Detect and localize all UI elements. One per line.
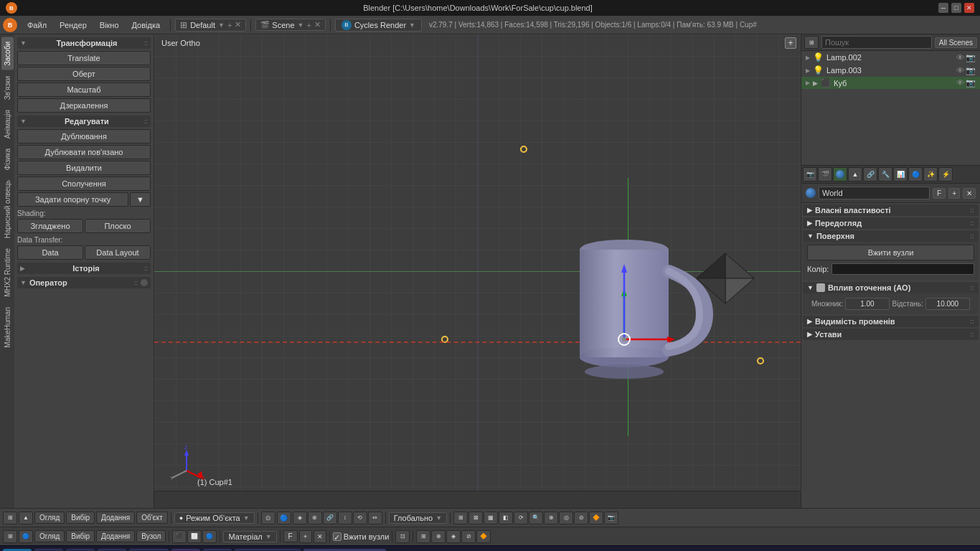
node-plus-btn[interactable]: + [299, 530, 312, 543]
world-f-button[interactable]: F [933, 188, 946, 199]
world-add-btn[interactable]: + [948, 188, 960, 199]
lamp003-render-icon[interactable]: 📷 [966, 66, 976, 75]
cup-3d-object[interactable] [556, 228, 714, 395]
node-type3[interactable]: 🔵 [202, 530, 217, 543]
snap-opt5[interactable]: ⟲ [353, 512, 367, 524]
node-type-icon[interactable]: ⊞ [3, 530, 17, 543]
node-select-btn[interactable]: Вибір [66, 530, 95, 542]
overlay9[interactable]: ⊘ [574, 512, 588, 524]
node-node-btn[interactable]: Вузол [136, 530, 166, 542]
overlay11[interactable]: 📷 [604, 512, 618, 524]
overlay5[interactable]: ⟳ [514, 512, 528, 524]
ao-header[interactable]: ▼ Вплив оточення (AO) :: [803, 282, 979, 293]
snap-icon[interactable]: 🔵 [277, 512, 291, 524]
taskbar-app-filemanager[interactable]: 📁 [34, 549, 63, 552]
node-x-btn[interactable]: ✕ [314, 530, 326, 543]
overlay3[interactable]: ▦ [484, 512, 498, 524]
snap-opt3[interactable]: 🔗 [323, 512, 337, 524]
snap-opt6[interactable]: ⇔ [368, 512, 382, 524]
set-origin-button[interactable]: Задати опорну точку [17, 192, 128, 207]
tab-makehuman[interactable]: MakeHuman [1, 303, 14, 352]
maximize-button[interactable]: □ [951, 3, 961, 13]
menu-file[interactable]: Файл [22, 19, 52, 31]
node-type1[interactable]: ⬛ [172, 530, 187, 543]
view-menu-btn[interactable]: Огляд [34, 512, 65, 524]
prop-tab-data[interactable]: 📊 [893, 167, 908, 182]
node-type2[interactable]: ⬜ [187, 530, 202, 543]
own-properties-header[interactable]: ▶ Власні властивості :: [803, 204, 979, 216]
delete-button[interactable]: Видалити [17, 161, 151, 175]
outliner-item-lamp002[interactable]: ▶ 💡 Lamp.002 👁 📷 [801, 51, 980, 64]
taskbar-app-photos[interactable]: 🖼 [98, 549, 126, 552]
close-button[interactable]: ✕ [964, 3, 974, 13]
overlay2[interactable]: ⊠ [468, 512, 483, 524]
surface-header[interactable]: ▼ Поверхня :: [803, 230, 979, 242]
duplicate-button[interactable]: Дублювання [17, 129, 151, 143]
taskbar-app-blender[interactable]: Blender [C:\Users... [303, 549, 386, 552]
cube-eye-icon[interactable]: 👁 [956, 78, 964, 88]
prop-tab-constraints[interactable]: 🔗 [863, 167, 877, 182]
node-view-btn[interactable]: Огляд [34, 530, 65, 542]
menu-window[interactable]: Вікно [94, 19, 125, 31]
preview-header[interactable]: ▶ Передогляд :: [803, 217, 979, 229]
snap-opt1[interactable]: ◈ [293, 512, 307, 524]
prop-tab-physics[interactable]: ⚡ [938, 167, 953, 182]
outliner-item-lamp003[interactable]: ▶ 💡 Lamp.003 👁 📷 [801, 64, 980, 77]
set-origin-dropdown[interactable]: ▼ [130, 192, 151, 207]
settings-header[interactable]: ▶ Устави :: [803, 329, 979, 340]
viewport-add-button[interactable]: + [785, 37, 796, 49]
scale-button[interactable]: Масштаб [17, 83, 151, 97]
world-remove-btn[interactable]: ✕ [963, 188, 976, 199]
prop-tab-particles[interactable]: ✨ [923, 167, 938, 182]
translate-button[interactable]: Translate [17, 51, 151, 65]
scene-selector[interactable]: 🎬 Scene ▼ + ✕ [255, 19, 326, 31]
menu-render[interactable]: Рендер [54, 19, 93, 31]
apply-nodes-button[interactable]: Вжити вузли [807, 245, 974, 260]
start-button[interactable]: ⊞ [3, 549, 32, 552]
overlay6[interactable]: 🔍 [529, 512, 543, 524]
lamp003-eye-icon[interactable]: 👁 [956, 66, 964, 75]
prop-tab-world[interactable] [833, 167, 847, 182]
ray-visibility-header[interactable]: ▶ Видимість променів :: [803, 316, 979, 327]
tab-animation[interactable]: Анімація [1, 105, 14, 143]
minimize-button[interactable]: ─ [938, 3, 948, 13]
outliner-mode-btn[interactable]: ⊞ [804, 36, 819, 49]
taskbar-app-media[interactable]: ⏮ [66, 549, 95, 552]
pivot-icon[interactable]: ⊙ [261, 512, 275, 524]
smooth-button[interactable]: Згладжено [17, 219, 83, 233]
material-mode-selector[interactable]: Матеріал ▼ [223, 531, 276, 542]
taskbar-app-chrome[interactable]: 🌐 [203, 549, 232, 552]
lamp002-eye-icon[interactable]: 👁 [956, 53, 964, 62]
blender-menu-icon[interactable]: B [3, 18, 17, 32]
workspace-selector[interactable]: ⊞ Default ▼ + ✕ [175, 19, 246, 32]
node-mode-icon[interactable]: 🔵 [19, 530, 33, 543]
viewport[interactable]: User Ortho + [154, 34, 801, 508]
node-more1[interactable]: ⊞ [416, 530, 430, 543]
render-engine-selector[interactable]: B Cycles Render ▼ [335, 19, 422, 32]
prop-tab-material[interactable]: 🔵 [908, 167, 923, 182]
node-tool1[interactable]: ⊡ [395, 530, 410, 543]
taskbar-app-mobile-partner[interactable]: 📶 Mobile Partner [235, 549, 300, 552]
node-add-btn[interactable]: Додання [96, 530, 135, 542]
tab-relations[interactable]: Зв'язки [1, 72, 14, 104]
use-nodes-checkbox[interactable]: ✓ [333, 532, 341, 541]
node-more2[interactable]: ⊕ [431, 530, 446, 543]
node-more4[interactable]: ⊘ [461, 530, 476, 543]
history-header[interactable]: ▶ Історія :: [17, 263, 151, 274]
cube-render-icon[interactable]: 📷 [966, 78, 976, 88]
multiplier-input[interactable]: 1.00 [845, 298, 889, 310]
prop-tab-render[interactable]: 📷 [803, 167, 817, 182]
overlay7[interactable]: ⊕ [544, 512, 558, 524]
tab-grease-pencil[interactable]: Нарисний олвець [1, 176, 14, 242]
mode-selector[interactable]: ● Режим Об'єкта ▼ [174, 512, 255, 524]
taskbar-app-cup[interactable]: 📁 Cup#1 [129, 549, 169, 552]
tab-mhx2[interactable]: MHX2 Runtime [1, 244, 14, 301]
overlay1[interactable]: ⊞ [453, 512, 468, 524]
object-menu-btn[interactable]: Об'єкт [136, 512, 168, 524]
edit-header[interactable]: ▼ Редагувати :: [17, 116, 151, 127]
taskbar-app-viber[interactable]: 📱 [171, 549, 200, 552]
rotate-button[interactable]: Оберт [17, 67, 151, 81]
all-scenes-btn[interactable]: All Scenes [935, 37, 977, 48]
prop-tab-scene[interactable]: 🎬 [818, 167, 832, 182]
node-more5[interactable]: 🔶 [476, 530, 491, 543]
